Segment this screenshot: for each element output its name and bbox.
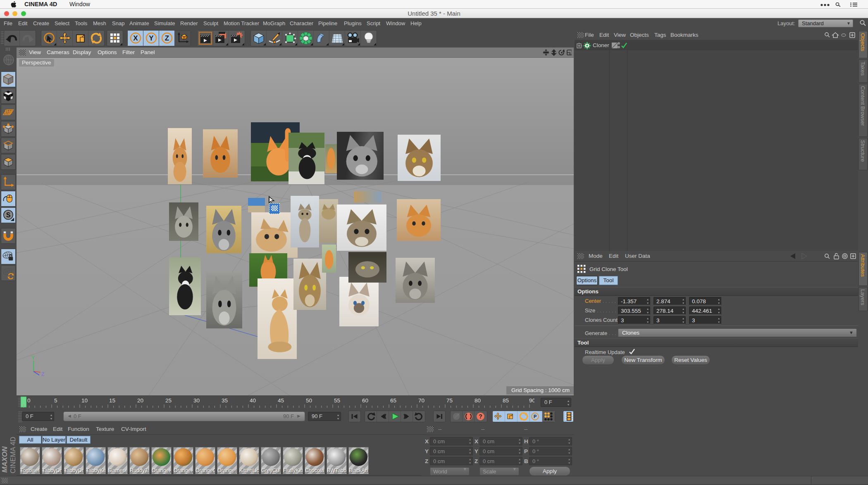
- svg-text:35: 35: [222, 397, 228, 404]
- svg-text:60: 60: [362, 397, 368, 404]
- svg-text:?: ?: [479, 413, 482, 420]
- svg-text:65: 65: [390, 397, 396, 404]
- svg-text:90: 90: [529, 397, 534, 404]
- svg-text:30: 30: [193, 397, 200, 404]
- svg-text:Y: Y: [149, 34, 154, 42]
- svg-text:55: 55: [334, 397, 340, 404]
- svg-text:Z: Z: [41, 371, 44, 377]
- svg-text:S: S: [6, 212, 11, 219]
- svg-text:25: 25: [165, 397, 172, 404]
- svg-text:X: X: [133, 34, 138, 42]
- svg-text:40: 40: [250, 397, 256, 404]
- svg-text:20: 20: [137, 397, 143, 404]
- svg-text:85: 85: [503, 397, 509, 404]
- svg-text:Y: Y: [31, 355, 35, 361]
- svg-text:45: 45: [278, 397, 284, 404]
- svg-text:0: 0: [27, 397, 31, 404]
- svg-text:Z: Z: [165, 34, 169, 42]
- svg-text:10: 10: [81, 397, 88, 404]
- svg-text:80: 80: [475, 397, 481, 404]
- svg-text:P: P: [534, 414, 537, 419]
- svg-text:70: 70: [418, 397, 424, 404]
- svg-text:75: 75: [446, 397, 453, 404]
- svg-text:15: 15: [109, 397, 115, 404]
- svg-text:50: 50: [306, 397, 312, 404]
- svg-text:5: 5: [54, 397, 57, 404]
